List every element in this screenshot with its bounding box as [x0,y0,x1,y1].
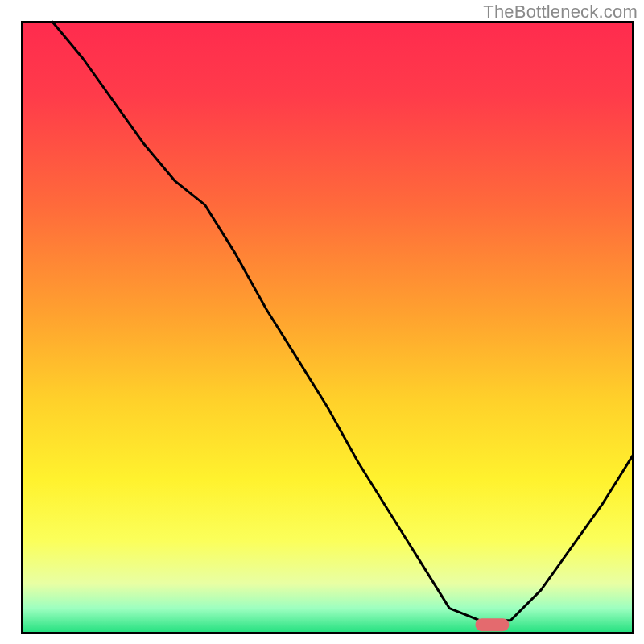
optimal-marker [475,618,509,631]
plot-background [22,22,633,633]
watermark-text: TheBottleneck.com [483,2,638,23]
bottleneck-chart [0,0,644,644]
chart-frame: TheBottleneck.com [0,0,644,644]
